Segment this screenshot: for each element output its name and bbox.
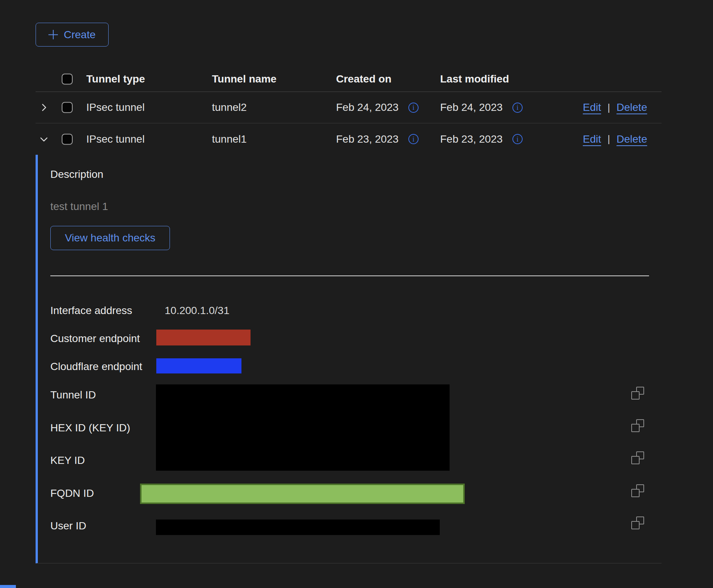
chevron-down-icon[interactable] [39,134,49,145]
created-on-value: Feb 23, 2023 [336,133,399,145]
copy-icon-front [631,424,640,432]
actions-separator: | [607,102,610,114]
info-icon[interactable] [408,134,419,144]
header-tunnel-name: Tunnel name [212,73,277,85]
actions-separator: | [607,133,610,145]
description-value: test tunnel 1 [50,201,108,213]
header-tunnel-type: Tunnel type [86,73,145,85]
expanded-row-panel: Description test tunnel 1 View health ch… [36,155,662,563]
create-button-label: Create [64,29,95,41]
customer-endpoint-label: Customer endpoint [50,332,140,345]
clipped-blue-element [0,585,16,588]
delete-link[interactable]: Delete [616,101,647,114]
row-actions: Edit | Delete [583,101,647,114]
tunnel-name-value: tunnel1 [212,133,247,145]
row-checkbox[interactable] [62,134,73,145]
copy-icon[interactable] [631,484,644,497]
copy-icon-front [631,391,640,400]
customer-endpoint-redacted-value [156,330,251,345]
tunnels-table: Tunnel type Tunnel name Created on Last … [36,66,662,563]
user-id-label: User ID [50,520,86,532]
copy-icon[interactable] [631,419,644,432]
key-id-label: KEY ID [50,454,85,467]
view-health-checks-button[interactable]: View health checks [50,226,170,250]
cloudflare-endpoint-label: Cloudflare endpoint [50,360,142,373]
hex-id-label: HEX ID (KEY ID) [50,422,130,434]
copy-icon[interactable] [631,516,644,529]
user-id-redacted-value [156,520,440,535]
header-last-modified: Last modified [440,73,509,85]
created-on-value: Feb 24, 2023 [336,101,399,114]
created-on-cell: Feb 24, 2023 [336,101,419,114]
fqdn-id-label: FQDN ID [50,487,94,500]
copy-icon-front [631,521,640,529]
chevron-right-icon[interactable] [39,102,49,113]
row-actions: Edit | Delete [583,133,647,145]
created-on-cell: Feb 23, 2023 [336,133,419,145]
copy-icon-front [631,489,640,497]
row-checkbox[interactable] [62,102,73,113]
copy-icon-front [631,456,640,464]
table-row-tunnel1: IPsec tunnel tunnel1 Feb 23, 2023 Feb 23… [36,123,662,155]
fqdn-id-redacted-value [140,484,465,504]
tunnel-type-value: IPsec tunnel [86,101,145,114]
page: Create Tunnel type Tunnel name Created o… [0,0,713,588]
tunnel-type-value: IPsec tunnel [86,133,145,145]
last-modified-cell: Feb 24, 2023 [440,101,523,114]
create-button[interactable]: Create [36,23,109,47]
info-icon[interactable] [512,134,523,144]
edit-link[interactable]: Edit [583,133,601,145]
info-icon[interactable] [408,103,419,113]
copy-icon[interactable] [631,387,644,400]
ids-redacted-value [156,384,450,471]
plus-icon [48,30,58,39]
table-header-row: Tunnel type Tunnel name Created on Last … [36,66,662,92]
last-modified-cell: Feb 23, 2023 [440,133,523,145]
last-modified-value: Feb 23, 2023 [440,133,503,145]
copy-icon[interactable] [631,451,644,464]
info-icon[interactable] [512,103,523,113]
section-divider [50,275,649,276]
description-label: Description [50,168,103,180]
interface-address-value: 10.200.1.0/31 [165,304,229,317]
table-row-tunnel2: IPsec tunnel tunnel2 Feb 24, 2023 Feb 24… [36,92,662,123]
select-all-checkbox[interactable] [62,73,73,84]
last-modified-value: Feb 24, 2023 [440,101,503,114]
tunnel-name-value: tunnel2 [212,101,247,114]
tunnel-id-label: Tunnel ID [50,389,96,401]
interface-address-label: Interface address [50,304,132,317]
edit-link[interactable]: Edit [583,101,601,114]
cloudflare-endpoint-redacted-value [156,358,241,373]
header-created-on: Created on [336,73,391,85]
delete-link[interactable]: Delete [616,133,647,145]
